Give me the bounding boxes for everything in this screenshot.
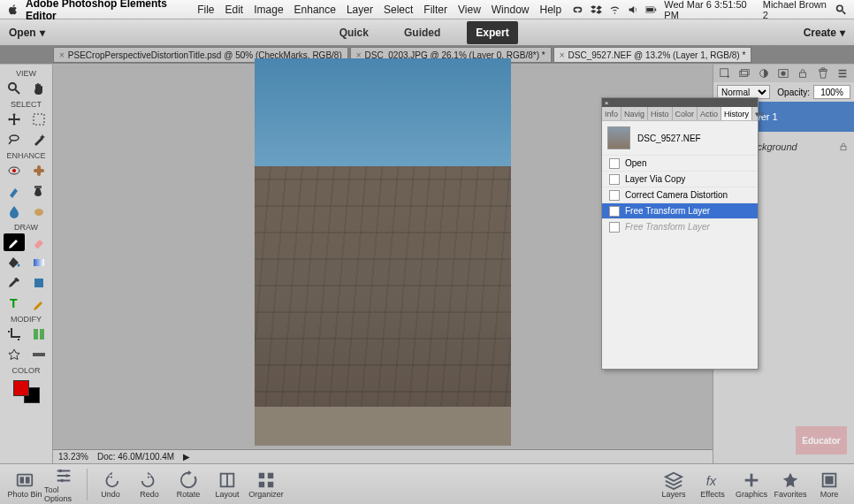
lock-icon[interactable] (797, 67, 809, 80)
layout-button[interactable]: Layout (208, 470, 247, 499)
tool-options-button[interactable]: Tool Options (44, 466, 83, 503)
panel-tab-color[interactable]: Color (673, 107, 698, 120)
layers-button[interactable]: Layers (654, 470, 693, 499)
chevron-down-icon: ▾ (40, 27, 45, 39)
spot-heal-tool[interactable] (28, 162, 50, 179)
blur-tool[interactable] (4, 202, 25, 220)
magic-wand-tool[interactable] (28, 131, 50, 149)
recompose-tool[interactable] (28, 325, 50, 343)
open-button[interactable]: Open ▾ (9, 27, 45, 39)
menu-help[interactable]: Help (539, 4, 561, 16)
move-tool[interactable] (4, 111, 25, 128)
panel-tab-info[interactable]: Info (602, 107, 621, 120)
mode-expert[interactable]: Expert (467, 21, 517, 44)
brush-tool[interactable] (4, 233, 25, 251)
adjustment-icon[interactable] (758, 67, 770, 80)
section-view: VIEW (16, 69, 36, 78)
marquee-tool[interactable] (28, 111, 50, 128)
document-tab[interactable]: × DSC_9527.NEF @ 13.2% (Layer 1, RGB/8) … (553, 47, 752, 63)
foreground-color[interactable] (13, 380, 29, 396)
create-button[interactable]: Create ▾ (804, 27, 845, 39)
text-tool[interactable]: T (4, 294, 25, 312)
macos-menubar: Adobe Photoshop Elements Editor File Edi… (0, 0, 854, 19)
cookie-cutter-tool[interactable] (4, 346, 25, 363)
panel-tab-histogram[interactable]: Histo (648, 107, 673, 120)
section-select: SELECT (11, 100, 42, 109)
svg-rect-29 (841, 146, 846, 150)
pencil-tool[interactable] (28, 294, 50, 312)
mode-quick[interactable]: Quick (331, 21, 377, 44)
section-draw: DRAW (14, 223, 38, 232)
eyedropper-tool[interactable] (4, 274, 25, 292)
svg-point-33 (59, 469, 63, 472)
panel-tab-history[interactable]: History (721, 107, 752, 120)
more-button[interactable]: More (810, 470, 849, 499)
menu-edit[interactable]: Edit (225, 4, 244, 16)
effects-button[interactable]: fxEffects (693, 470, 732, 499)
rotate-button[interactable]: Rotate (169, 470, 208, 499)
redo-button[interactable]: Redo (130, 470, 169, 499)
hand-tool[interactable] (28, 80, 50, 97)
history-snapshot[interactable]: DSC_9527.NEF (602, 121, 758, 155)
favorites-button[interactable]: Favorites (771, 470, 810, 499)
panel-menu-icon[interactable]: ▾≡ (752, 107, 766, 120)
photo-bin-button[interactable]: Photo Bin (5, 470, 44, 499)
trash-icon[interactable] (817, 67, 829, 80)
color-swatches[interactable] (13, 380, 40, 403)
svg-rect-22 (721, 69, 728, 77)
svg-rect-32 (26, 477, 30, 483)
gradient-tool[interactable] (28, 254, 50, 271)
graphics-button[interactable]: Graphics (732, 470, 771, 499)
panel-tab-actions[interactable]: Actio (698, 107, 721, 120)
straighten-tool[interactable] (28, 346, 50, 363)
menu-select[interactable]: Select (384, 4, 413, 16)
chevron-right-icon[interactable]: ▶ (183, 452, 190, 462)
close-icon[interactable]: × (602, 98, 611, 107)
smart-brush-tool[interactable] (4, 182, 25, 200)
crop-tool[interactable] (4, 325, 25, 343)
mode-guided[interactable]: Guided (395, 21, 449, 44)
history-step-icon (609, 206, 620, 217)
shape-tool[interactable] (28, 274, 50, 292)
section-modify: MODIFY (11, 315, 42, 324)
history-step-future[interactable]: Free Transform Layer (602, 218, 758, 234)
menu-view[interactable]: View (458, 4, 481, 16)
zoom-tool[interactable] (4, 80, 25, 97)
section-enhance: ENHANCE (6, 151, 45, 160)
menu-layer[interactable]: Layer (347, 4, 373, 16)
new-group-icon[interactable] (738, 67, 751, 80)
menu-window[interactable]: Window (492, 4, 530, 16)
panel-tab-navigator[interactable]: Navig (621, 107, 648, 120)
link-icon (572, 4, 583, 16)
new-layer-icon[interactable] (719, 67, 731, 80)
tab-close-icon[interactable]: × (560, 50, 565, 60)
svg-rect-21 (33, 353, 45, 356)
lock-icon (838, 141, 849, 152)
history-step[interactable]: Layer Via Copy (602, 171, 758, 187)
clone-tool[interactable] (28, 182, 50, 200)
eraser-tool[interactable] (28, 233, 50, 251)
bucket-tool[interactable] (4, 254, 25, 271)
redeye-tool[interactable] (4, 162, 25, 179)
history-step-selected[interactable]: Free Transform Layer (602, 202, 758, 218)
svg-line-4 (843, 11, 845, 13)
undo-button[interactable]: Undo (91, 470, 130, 499)
lasso-tool[interactable] (4, 131, 25, 149)
svg-rect-20 (40, 329, 44, 340)
svg-point-15 (17, 264, 19, 267)
organizer-button[interactable]: Organizer (247, 470, 286, 499)
menu-image[interactable]: Image (254, 4, 283, 16)
mask-icon[interactable] (777, 67, 789, 80)
menu-enhance[interactable]: Enhance (294, 4, 336, 16)
tab-close-icon[interactable]: × (59, 50, 65, 60)
menu-file[interactable]: File (197, 4, 214, 16)
panel-menu-icon[interactable] (836, 67, 849, 80)
svg-rect-31 (20, 477, 25, 483)
history-step-icon (609, 174, 620, 185)
history-step[interactable]: Open (602, 155, 758, 171)
opacity-input[interactable]: 100% (813, 85, 850, 99)
history-step[interactable]: Correct Camera Distortion (602, 187, 758, 202)
volume-icon (628, 4, 639, 16)
sponge-tool[interactable] (28, 202, 50, 220)
menu-filter[interactable]: Filter (423, 4, 447, 16)
